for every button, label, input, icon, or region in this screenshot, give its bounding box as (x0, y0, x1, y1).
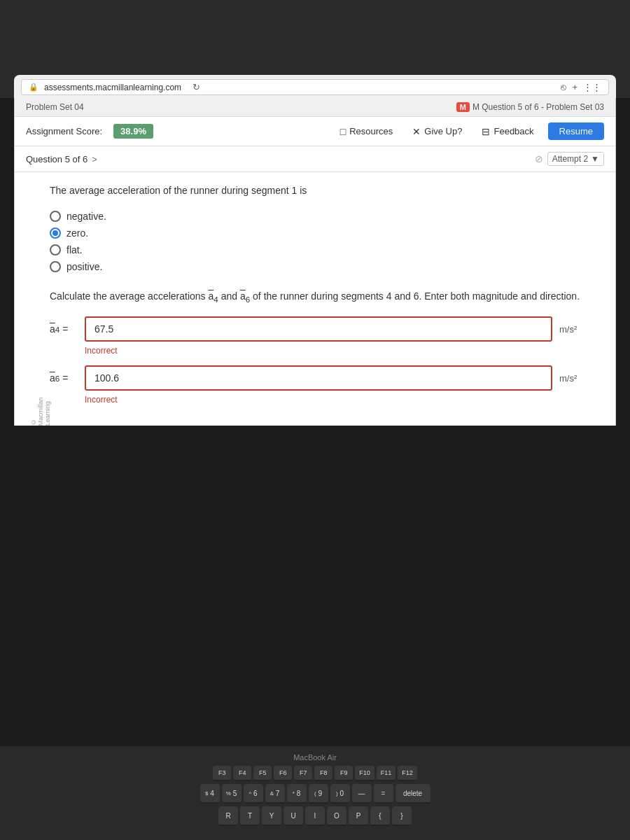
fn-key-row: F3 F4 F5 F6 F7 F8 F9 F10 F11 F12 (213, 766, 417, 781)
attempt-badge: ⊘ Attempt 2 ▼ (535, 152, 604, 166)
option-flat-label: flat. (66, 244, 83, 255)
a6-incorrect-label: Incorrect (85, 395, 587, 405)
key-i[interactable]: I (305, 806, 325, 826)
macmillan-badge: M (456, 102, 470, 112)
letter-key-row: R T Y U I O P { } (218, 806, 412, 826)
option-zero[interactable]: zero. (50, 227, 587, 239)
option-negative-label: negative. (66, 211, 106, 222)
key-lbracket[interactable]: { (370, 806, 390, 826)
attempt-dropdown[interactable]: Attempt 2 ▼ (547, 152, 604, 166)
share-icon: ⎋ (561, 82, 566, 92)
toolbar-buttons: □ Resources ✕ Give Up? ⊟ Feedback Resume (335, 122, 604, 140)
score-value: 38.9% (113, 124, 153, 139)
a4-var-label: a4 = (50, 323, 78, 335)
question-part1-instruction: The average acceleration of the runner d… (50, 183, 587, 198)
key-f7[interactable]: F7 (294, 766, 312, 781)
resume-button[interactable]: Resume (548, 122, 604, 140)
a4-input[interactable] (85, 316, 552, 342)
key-5[interactable]: % 5 (222, 784, 241, 804)
resources-label: Resources (349, 126, 393, 136)
question-part1: The average acceleration of the runner d… (50, 183, 587, 272)
key-6[interactable]: ^ 6 (244, 784, 263, 804)
score-bar: Assignment Score: 38.9% □ Resources ✕ Gi… (15, 117, 615, 146)
option-zero-label: zero. (66, 227, 88, 239)
problem-set-label: Problem Set 04 (26, 102, 84, 112)
a4-overline: a (50, 323, 55, 335)
key-f12[interactable]: F12 (398, 766, 417, 781)
radio-positive[interactable] (50, 261, 61, 272)
number-key-row: $ 4 % 5 ^ 6 & 7 * 8 ( 9 ) 0 — = delete (200, 784, 430, 804)
a6-input-row: a6 = m/s² (50, 365, 587, 391)
radio-group: negative. zero. flat. (50, 211, 587, 272)
give-up-icon: ✕ (412, 126, 421, 137)
a6-overline: a (50, 372, 55, 384)
radio-flat[interactable] (50, 244, 61, 255)
top-nav-bar: Problem Set 04 M M Question 5 of 6 - Pro… (15, 98, 615, 117)
question-header: Question 5 of 6 > ⊘ Attempt 2 ▼ (15, 146, 615, 172)
key-t[interactable]: T (240, 806, 260, 826)
key-minus[interactable]: — (352, 784, 372, 804)
key-o[interactable]: O (327, 806, 346, 826)
give-up-label: Give Up? (424, 126, 462, 136)
screen-content: Problem Set 04 M M Question 5 of 6 - Pro… (14, 98, 616, 426)
key-f8[interactable]: F8 (314, 766, 332, 781)
key-y[interactable]: Y (262, 806, 281, 826)
lock-icon: 🔒 (29, 83, 38, 92)
content-area: The average acceleration of the runner d… (43, 183, 587, 405)
key-u[interactable]: U (284, 806, 303, 826)
question-nav: M M Question 5 of 6 - Problem Set 03 (456, 102, 604, 112)
question-nav-text: M Question 5 of 6 - Problem Set 03 (472, 102, 604, 112)
a6-var-label: a6 = (50, 372, 78, 384)
feedback-label: Feedback (493, 126, 533, 136)
question-part2: Calculate the average accelerations a4 a… (50, 289, 587, 405)
radio-zero[interactable] (50, 227, 61, 239)
keyboard: F3 F4 F5 F6 F7 F8 F9 F10 F11 F12 $ 4 % 5… (14, 766, 616, 826)
address-bar[interactable]: 🔒 assessments.macmillanlearning.com ↻ ⎋ … (21, 79, 609, 95)
a4-unit: m/s² (559, 324, 587, 335)
add-tab-icon: + (572, 82, 578, 92)
feedback-button[interactable]: ⊟ Feedback (476, 123, 539, 140)
key-7[interactable]: & 7 (265, 784, 285, 804)
key-f11[interactable]: F11 (377, 766, 396, 781)
key-8[interactable]: * 8 (287, 784, 307, 804)
a4-subscript: 4 (55, 325, 59, 334)
key-r[interactable]: R (218, 806, 238, 826)
a6-input[interactable] (85, 365, 552, 391)
key-delete[interactable]: delete (396, 784, 430, 804)
key-f4[interactable]: F4 (233, 766, 251, 781)
radio-negative[interactable] (50, 211, 61, 222)
dropdown-arrow-icon: ▼ (591, 154, 599, 164)
attempt-text: Attempt 2 (552, 154, 588, 164)
option-negative[interactable]: negative. (50, 211, 587, 222)
feedback-icon: ⊟ (482, 126, 490, 137)
key-f5[interactable]: F5 (253, 766, 272, 781)
reload-icon: ↻ (192, 82, 200, 92)
key-4[interactable]: $ 4 (200, 784, 220, 804)
question-title-text: Question 5 of 6 (26, 154, 88, 164)
key-p[interactable]: P (349, 806, 368, 826)
a6-subscript: 6 (55, 374, 59, 383)
question-title-row: Question 5 of 6 > (26, 154, 97, 164)
key-f6[interactable]: F6 (274, 766, 292, 781)
browser-chrome: 🔒 assessments.macmillanlearning.com ↻ ⎋ … (14, 75, 616, 98)
grid-icon: ⋮⋮ (583, 82, 601, 92)
score-label: Assignment Score: (26, 126, 102, 136)
give-up-button[interactable]: ✕ Give Up? (407, 123, 468, 140)
option-flat[interactable]: flat. (50, 244, 587, 255)
a6-unit: m/s² (559, 373, 587, 384)
key-equals[interactable]: = (374, 784, 393, 804)
macbook-label: MacBook Air (14, 753, 616, 762)
attempt-circle-icon: ⊘ (535, 153, 543, 164)
key-9[interactable]: ( 9 (309, 784, 328, 804)
laptop-bezel-top: 🔒 assessments.macmillanlearning.com ↻ ⎋ … (0, 0, 630, 98)
copyright-sidebar: © Macmillan Learning (30, 396, 51, 426)
option-positive-label: positive. (66, 261, 102, 272)
key-f10[interactable]: F10 (355, 766, 374, 781)
key-rbracket[interactable]: } (392, 806, 412, 826)
a4-incorrect-label: Incorrect (85, 346, 587, 356)
key-f3[interactable]: F3 (213, 766, 231, 781)
resources-button[interactable]: □ Resources (335, 123, 399, 140)
key-f9[interactable]: F9 (335, 766, 353, 781)
option-positive[interactable]: positive. (50, 261, 587, 272)
key-0[interactable]: ) 0 (330, 784, 350, 804)
